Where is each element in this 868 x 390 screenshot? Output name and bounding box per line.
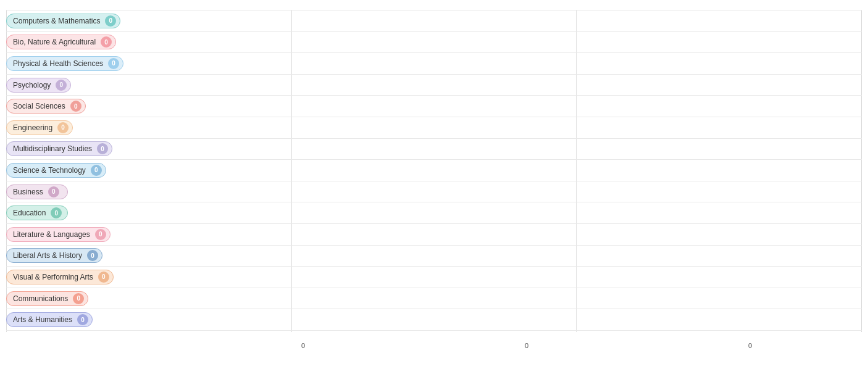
bar-label-area-visual-performing-arts: Visual & Performing Arts 0 (6, 270, 191, 284)
bar-track-business (191, 183, 862, 201)
bar-track-science-technology (191, 161, 862, 180)
bar-row-communications: Communications 0 (6, 288, 862, 310)
bar-track-literature-languages (191, 225, 862, 244)
bar-row-science-technology: Science & Technology 0 (6, 160, 862, 181)
chart-container: Computers & Mathematics 0 Bio, Nature & … (0, 0, 868, 390)
bar-track-engineering (191, 118, 862, 137)
bar-label-psychology: Psychology (13, 81, 51, 89)
bar-pill-engineering: Engineering 0 (6, 120, 73, 135)
bar-pill-business: Business 0 (6, 185, 68, 199)
bar-label-science-technology: Science & Technology (13, 166, 86, 175)
x-axis-tick-2: 0 (638, 332, 862, 351)
bar-row-literature-languages: Literature & Languages 0 (6, 224, 862, 246)
value-badge-engineering: 0 (57, 122, 69, 133)
bar-row-multidisciplinary: Multidisciplinary Studies 0 (6, 139, 862, 160)
bar-row-liberal-arts-history: Liberal Arts & History 0 (6, 246, 862, 267)
bar-row-computers-math: Computers & Mathematics 0 (6, 10, 862, 32)
bar-track-arts-humanities (191, 310, 862, 329)
bar-label-area-bio-nature: Bio, Nature & Agricultural 0 (6, 35, 191, 49)
bar-row-arts-humanities: Arts & Humanities 0 (6, 309, 862, 331)
bar-label-computers-math: Computers & Mathematics (13, 17, 100, 25)
value-badge-visual-performing-arts: 0 (98, 272, 109, 283)
bar-label-arts-humanities: Arts & Humanities (13, 315, 72, 324)
bar-label-area-multidisciplinary: Multidisciplinary Studies 0 (6, 141, 191, 156)
bar-row-bio-nature: Bio, Nature & Agricultural 0 (6, 32, 862, 54)
bar-label-area-science-technology: Science & Technology 0 (6, 163, 191, 178)
bar-label-physical-health: Physical & Health Sciences (13, 59, 103, 68)
bar-label-area-literature-languages: Literature & Languages 0 (6, 227, 191, 242)
bar-pill-literature-languages: Literature & Languages 0 (6, 227, 111, 242)
bar-pill-bio-nature: Bio, Nature & Agricultural 0 (6, 35, 116, 49)
bar-track-bio-nature (191, 33, 862, 52)
x-axis-labels: 000 (191, 332, 862, 351)
bar-track-physical-health (191, 54, 862, 73)
bar-track-communications (191, 289, 862, 308)
bar-track-psychology (191, 76, 862, 94)
bar-label-area-arts-humanities: Arts & Humanities 0 (6, 312, 191, 327)
bar-pill-computers-math: Computers & Mathematics 0 (6, 14, 120, 28)
bar-row-education: Education 0 (6, 202, 862, 224)
x-axis-spacer (6, 332, 191, 351)
bar-track-computers-math (191, 12, 862, 30)
bar-label-area-psychology: Psychology 0 (6, 78, 191, 93)
bar-pill-education: Education 0 (6, 205, 68, 220)
value-badge-education: 0 (51, 207, 62, 218)
bar-label-communications: Communications (13, 294, 68, 303)
bar-label-area-engineering: Engineering 0 (6, 120, 191, 135)
bar-label-liberal-arts-history: Liberal Arts & History (13, 251, 82, 260)
bar-label-area-physical-health: Physical & Health Sciences 0 (6, 56, 191, 71)
bar-pill-arts-humanities: Arts & Humanities 0 (6, 312, 93, 327)
bar-row-visual-performing-arts: Visual & Performing Arts 0 (6, 267, 862, 288)
chart-area: Computers & Mathematics 0 Bio, Nature & … (6, 10, 862, 351)
bar-label-area-communications: Communications 0 (6, 291, 191, 306)
bar-label-area-education: Education 0 (6, 205, 191, 220)
bar-row-physical-health: Physical & Health Sciences 0 (6, 53, 862, 75)
bar-label-area-liberal-arts-history: Liberal Arts & History 0 (6, 248, 191, 263)
value-badge-computers-math: 0 (105, 15, 116, 27)
value-badge-communications: 0 (73, 293, 84, 304)
bar-label-business: Business (13, 188, 43, 196)
bar-label-social-sciences: Social Sciences (13, 102, 65, 110)
bar-pill-communications: Communications 0 (6, 291, 88, 306)
bar-label-area-computers-math: Computers & Mathematics 0 (6, 14, 191, 28)
bar-track-liberal-arts-history (191, 247, 862, 265)
bar-pill-social-sciences: Social Sciences 0 (6, 99, 86, 114)
value-badge-social-sciences: 0 (70, 101, 81, 112)
bar-pill-physical-health: Physical & Health Sciences 0 (6, 56, 123, 71)
bar-label-multidisciplinary: Multidisciplinary Studies (13, 144, 92, 153)
bar-label-bio-nature: Bio, Nature & Agricultural (13, 38, 96, 46)
bar-track-visual-performing-arts (191, 268, 862, 286)
value-badge-psychology: 0 (56, 80, 67, 91)
bar-label-education: Education (13, 209, 46, 217)
value-badge-business: 0 (48, 186, 59, 197)
x-axis-tick-0: 0 (191, 332, 415, 351)
bar-pill-psychology: Psychology 0 (6, 78, 71, 93)
value-badge-science-technology: 0 (91, 165, 102, 176)
bar-track-social-sciences (191, 97, 862, 115)
bar-pill-multidisciplinary: Multidisciplinary Studies 0 (6, 141, 112, 156)
bar-pill-visual-performing-arts: Visual & Performing Arts 0 (6, 270, 114, 284)
x-axis-tick-1: 0 (415, 332, 638, 351)
value-badge-physical-health: 0 (108, 58, 119, 69)
rows-container: Computers & Mathematics 0 Bio, Nature & … (6, 10, 862, 331)
bar-row-business: Business 0 (6, 181, 862, 203)
bar-track-education (191, 204, 862, 222)
bar-label-area-social-sciences: Social Sciences 0 (6, 99, 191, 114)
value-badge-arts-humanities: 0 (77, 314, 88, 325)
bar-track-multidisciplinary (191, 140, 862, 159)
value-badge-liberal-arts-history: 0 (87, 250, 98, 261)
bar-label-area-business: Business 0 (6, 185, 191, 199)
bar-row-psychology: Psychology 0 (6, 75, 862, 96)
bar-row-engineering: Engineering 0 (6, 117, 862, 139)
bar-label-literature-languages: Literature & Languages (13, 230, 90, 239)
bar-row-social-sciences: Social Sciences 0 (6, 96, 862, 117)
bars-section: Computers & Mathematics 0 Bio, Nature & … (6, 10, 862, 351)
value-badge-literature-languages: 0 (95, 229, 106, 240)
bar-pill-science-technology: Science & Technology 0 (6, 163, 106, 178)
value-badge-bio-nature: 0 (101, 36, 112, 48)
bar-label-engineering: Engineering (13, 123, 52, 132)
bar-pill-liberal-arts-history: Liberal Arts & History 0 (6, 248, 102, 263)
bar-label-visual-performing-arts: Visual & Performing Arts (13, 273, 93, 281)
x-axis: 000 (6, 332, 862, 351)
value-badge-multidisciplinary: 0 (97, 143, 108, 154)
